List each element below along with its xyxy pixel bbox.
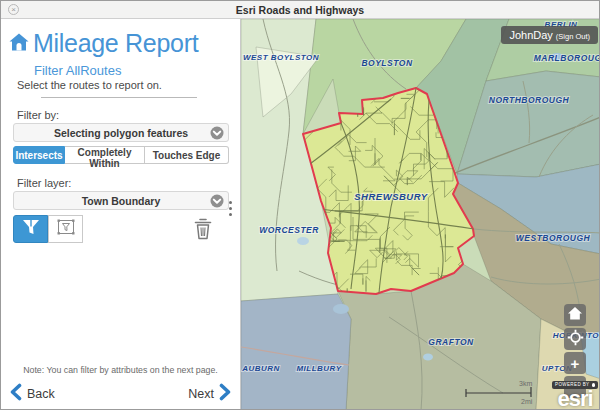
filter-by-value: Selecting polygon features bbox=[54, 127, 188, 139]
town-label: WORCESTER bbox=[259, 225, 319, 235]
next-label: Next bbox=[188, 387, 214, 401]
scale-km: 3km bbox=[519, 380, 532, 387]
chevron-right-icon bbox=[219, 383, 232, 405]
town-label: MARLBOROUGH bbox=[534, 53, 600, 63]
chevron-left-icon bbox=[9, 383, 22, 405]
note-text: Note: You can filter by attributes on th… bbox=[1, 365, 240, 375]
panel-resize-handle[interactable] bbox=[229, 199, 232, 217]
instruction-text: Select the routes to report on. bbox=[17, 79, 162, 91]
select-by-polygon-button[interactable] bbox=[13, 215, 48, 243]
spatial-relation-group: Intersects Completely Within Touches Edg… bbox=[13, 146, 229, 164]
page-subtitle: Filter AllRoutes bbox=[34, 63, 121, 78]
home-icon bbox=[8, 32, 30, 56]
filter-layer-dropdown[interactable]: Town Boundary bbox=[13, 191, 229, 210]
selection-tools bbox=[13, 215, 83, 243]
page-title: Mileage Report bbox=[33, 29, 198, 58]
map-home-button[interactable] bbox=[564, 304, 586, 326]
town-label: BOYLSTON bbox=[361, 58, 412, 68]
username: JohnDay bbox=[509, 29, 552, 41]
chevron-down-icon bbox=[210, 126, 224, 144]
completely-within-button[interactable]: Completely Within bbox=[65, 146, 145, 164]
divider bbox=[41, 97, 197, 98]
esri-wordmark: esri bbox=[552, 390, 598, 409]
chevron-down-icon bbox=[210, 194, 224, 212]
scale-mi: 2mi bbox=[521, 398, 533, 405]
touches-edge-button[interactable]: Touches Edge bbox=[145, 146, 229, 164]
user-signout-button[interactable]: JohnDay (Sign Out) bbox=[501, 26, 598, 44]
town-label: WEST BOYLSTON bbox=[243, 53, 319, 62]
filter-layer-value: Town Boundary bbox=[82, 195, 161, 207]
next-button[interactable]: Next bbox=[183, 383, 232, 405]
title-bar: × Esri Roads and Highways bbox=[1, 1, 599, 19]
clear-selection-button[interactable] bbox=[190, 216, 216, 243]
town-label: WESTBOROUGH bbox=[516, 233, 591, 243]
trash-icon bbox=[191, 230, 215, 245]
town-label: GRAFTON bbox=[428, 337, 474, 347]
polygon-select-outline-icon bbox=[55, 217, 77, 241]
zoom-in-button[interactable]: + bbox=[564, 352, 586, 374]
intersects-button[interactable]: Intersects bbox=[13, 146, 65, 164]
locate-button[interactable] bbox=[564, 328, 586, 350]
town-label: NORTHBOROUGH bbox=[489, 95, 570, 105]
filter-layer-label: Filter layer: bbox=[17, 177, 71, 189]
app-title: Esri Roads and Highways bbox=[1, 4, 599, 16]
sign-out-label: (Sign Out) bbox=[556, 32, 590, 41]
locate-icon bbox=[567, 329, 584, 349]
map-canvas[interactable]: WEST BOYLSTONBOYLSTONMARLBOROUGHNORTHBOR… bbox=[241, 19, 600, 410]
town-label: AUBURN bbox=[241, 364, 280, 373]
back-button[interactable]: Back bbox=[9, 383, 60, 405]
back-label: Back bbox=[27, 387, 55, 401]
select-by-polygon-alt-button[interactable] bbox=[48, 215, 83, 243]
map-container[interactable]: WEST BOYLSTONBOYLSTONMARLBOROUGHNORTHBOR… bbox=[241, 19, 600, 410]
app-window: × Esri Roads and Highways Mileage Report… bbox=[0, 0, 600, 410]
esri-logo: POWERED BY esri bbox=[552, 372, 598, 409]
town-label: MILLBURY bbox=[296, 364, 341, 373]
mileage-report-panel: Mileage Report Filter AllRoutes Select t… bbox=[1, 19, 241, 410]
town-label: SHREWSBURY bbox=[354, 191, 429, 202]
polygon-select-icon bbox=[20, 217, 42, 241]
home-extent-icon bbox=[567, 306, 583, 324]
panel-title-row: Mileage Report bbox=[8, 29, 198, 58]
filter-by-dropdown[interactable]: Selecting polygon features bbox=[13, 123, 229, 142]
filter-by-label: Filter by: bbox=[17, 109, 59, 121]
